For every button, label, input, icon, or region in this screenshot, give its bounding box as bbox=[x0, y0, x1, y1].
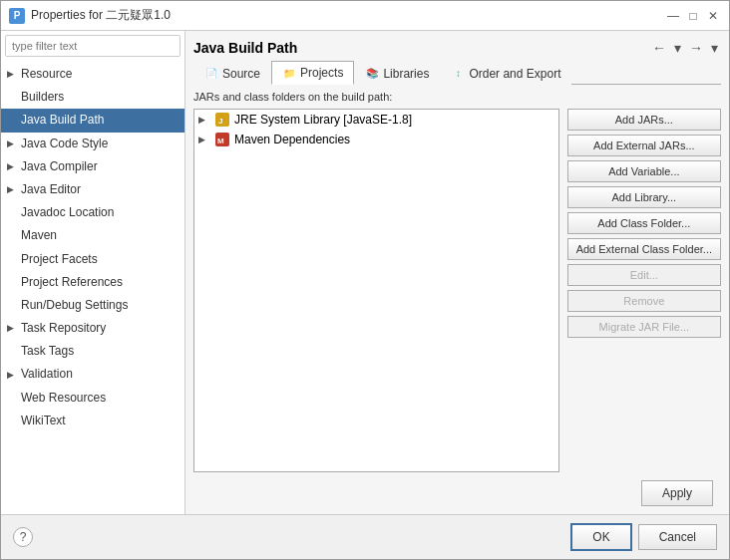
window-icon: P bbox=[9, 8, 25, 24]
panel-header: Java Build Path ← ▾ → ▾ bbox=[193, 39, 721, 57]
tab-libraries[interactable]: 📚 Libraries bbox=[354, 61, 440, 85]
source-tab-icon: 📄 bbox=[204, 67, 218, 81]
sidebar-item-label: Java Code Style bbox=[21, 135, 108, 153]
sidebar-item-java-compiler[interactable]: ▶ Java Compiler bbox=[1, 155, 184, 178]
sidebar-item-label: Task Tags bbox=[21, 342, 74, 361]
sidebar-item-task-tags[interactable]: Task Tags bbox=[1, 340, 184, 363]
tab-source-label: Source bbox=[222, 67, 260, 81]
nav-forward-icon[interactable]: → bbox=[686, 39, 706, 57]
sidebar-item-wikitext[interactable]: WikiText bbox=[1, 410, 184, 432]
tab-source[interactable]: 📄 Source bbox=[193, 61, 271, 85]
sidebar-item-validation[interactable]: ▶ Validation bbox=[1, 363, 184, 386]
sidebar-item-label: Javadoc Location bbox=[21, 203, 114, 222]
sidebar-item-project-facets[interactable]: Project Facets bbox=[1, 248, 184, 271]
sidebar-item-resource[interactable]: ▶ Resource bbox=[1, 63, 184, 86]
title-bar-controls: — □ ✕ bbox=[665, 8, 721, 24]
sidebar-item-project-references[interactable]: Project References bbox=[1, 271, 184, 294]
add-external-jars-button[interactable]: Add External JARs... bbox=[567, 135, 721, 156]
sidebar-item-java-code-style[interactable]: ▶ Java Code Style bbox=[1, 133, 184, 155]
remove-button[interactable]: Remove bbox=[567, 290, 721, 312]
sidebar-item-run-debug[interactable]: Run/Debug Settings bbox=[1, 294, 184, 317]
arrow-icon: ▶ bbox=[7, 159, 17, 173]
sidebar-item-label: Java Compiler bbox=[21, 157, 98, 176]
apply-button[interactable]: Apply bbox=[641, 480, 713, 506]
tab-projects-label: Projects bbox=[300, 66, 343, 80]
arrow-icon: ▶ bbox=[7, 368, 17, 382]
sidebar-item-label: WikiText bbox=[21, 412, 66, 430]
title-bar: P Properties for 二元疑眾1.0 — □ ✕ bbox=[1, 1, 729, 31]
buttons-panel: Add JARs... Add External JARs... Add Var… bbox=[567, 109, 721, 472]
tab-projects[interactable]: 📁 Projects bbox=[271, 61, 354, 85]
tree-item-maven-label: Maven Dependencies bbox=[234, 133, 350, 146]
help-button[interactable]: ? bbox=[13, 527, 33, 547]
tab-order-export[interactable]: ↕ Order and Export bbox=[440, 61, 571, 85]
sidebar-item-maven[interactable]: Maven bbox=[1, 224, 184, 247]
tab-libraries-label: Libraries bbox=[383, 67, 429, 81]
sidebar-item-builders[interactable]: Builders bbox=[1, 86, 184, 109]
sidebar-item-label: Run/Debug Settings bbox=[21, 296, 128, 315]
tree-arrow-jre: ▶ bbox=[198, 115, 210, 125]
arrow-icon: ▶ bbox=[7, 67, 17, 81]
sidebar: ▶ Resource Builders Java Build Path ▶ Ja… bbox=[1, 31, 185, 514]
add-library-button[interactable]: Add Library... bbox=[567, 186, 721, 208]
nav-dropdown2-icon[interactable]: ▾ bbox=[708, 39, 721, 57]
sidebar-item-task-repository[interactable]: ▶ Task Repository bbox=[1, 317, 184, 340]
sidebar-item-label: Validation bbox=[21, 365, 73, 384]
content-area: ▶ Resource Builders Java Build Path ▶ Ja… bbox=[1, 31, 729, 514]
tree-arrow-maven: ▶ bbox=[198, 135, 210, 144]
description-text: JARs and class folders on the build path… bbox=[193, 91, 721, 103]
sidebar-item-label: Resource bbox=[21, 65, 72, 84]
arrow-icon: ▶ bbox=[7, 182, 17, 196]
build-path-content: ▶ J JRE System Library [JavaSE-1.8] ▶ bbox=[193, 109, 721, 472]
footer-buttons: OK Cancel bbox=[570, 523, 717, 551]
properties-window: P Properties for 二元疑眾1.0 — □ ✕ ▶ Resourc… bbox=[0, 0, 730, 560]
minimize-button[interactable]: — bbox=[665, 8, 681, 24]
sidebar-item-java-editor[interactable]: ▶ Java Editor bbox=[1, 178, 184, 201]
projects-tab-icon: 📁 bbox=[282, 66, 296, 80]
libraries-tab-icon: 📚 bbox=[365, 67, 379, 81]
cancel-button[interactable]: Cancel bbox=[638, 524, 717, 550]
order-tab-icon: ↕ bbox=[451, 67, 465, 81]
ok-button[interactable]: OK bbox=[570, 523, 631, 551]
main-panel: Java Build Path ← ▾ → ▾ 📄 Source 📁 Proje… bbox=[185, 31, 729, 514]
maximize-button[interactable]: □ bbox=[685, 8, 701, 24]
edit-button[interactable]: Edit... bbox=[567, 264, 721, 286]
tree-item-jre[interactable]: ▶ J JRE System Library [JavaSE-1.8] bbox=[194, 110, 558, 130]
arrow-icon: ▶ bbox=[7, 321, 17, 335]
sidebar-item-label: Task Repository bbox=[21, 319, 106, 338]
add-external-class-folder-button[interactable]: Add External Class Folder... bbox=[567, 238, 721, 260]
sidebar-item-label: Java Editor bbox=[21, 180, 81, 199]
add-jars-button[interactable]: Add JARs... bbox=[567, 109, 721, 131]
sidebar-item-web-resources[interactable]: Web Resources bbox=[1, 387, 184, 410]
sidebar-item-label: Project References bbox=[21, 273, 123, 292]
migrate-jar-button[interactable]: Migrate JAR File... bbox=[567, 316, 721, 338]
tabs-bar: 📄 Source 📁 Projects 📚 Libraries ↕ Order … bbox=[193, 61, 721, 85]
jre-icon: J bbox=[214, 112, 230, 128]
sidebar-item-label: Java Build Path bbox=[21, 111, 104, 130]
window-title: Properties for 二元疑眾1.0 bbox=[31, 7, 171, 24]
svg-text:M: M bbox=[217, 137, 224, 145]
add-variable-button[interactable]: Add Variable... bbox=[567, 160, 721, 182]
nav-dropdown-icon[interactable]: ▾ bbox=[671, 39, 684, 57]
close-button[interactable]: ✕ bbox=[705, 8, 721, 24]
svg-text:J: J bbox=[218, 117, 222, 126]
sidebar-item-java-build-path[interactable]: Java Build Path bbox=[1, 109, 184, 132]
tab-order-label: Order and Export bbox=[469, 67, 560, 81]
apply-row: Apply bbox=[193, 480, 721, 506]
arrow-icon: ▶ bbox=[7, 137, 17, 150]
sidebar-item-javadoc-location[interactable]: Javadoc Location bbox=[1, 201, 184, 224]
add-class-folder-button[interactable]: Add Class Folder... bbox=[567, 212, 721, 234]
sidebar-item-label: Project Facets bbox=[21, 250, 98, 269]
sidebar-item-label: Maven bbox=[21, 226, 57, 245]
tree-item-maven[interactable]: ▶ M Maven Dependencies bbox=[194, 130, 558, 149]
panel-title: Java Build Path bbox=[193, 40, 649, 56]
maven-icon: M bbox=[214, 132, 230, 147]
panel-nav-icons: ← ▾ → ▾ bbox=[649, 39, 721, 57]
tree-item-jre-label: JRE System Library [JavaSE-1.8] bbox=[234, 113, 412, 127]
filter-input[interactable] bbox=[5, 35, 181, 57]
sidebar-item-label: Builders bbox=[21, 88, 64, 107]
tree-panel[interactable]: ▶ J JRE System Library [JavaSE-1.8] ▶ bbox=[193, 109, 559, 472]
nav-back-icon[interactable]: ← bbox=[649, 39, 669, 57]
footer-bar: ? OK Cancel bbox=[1, 514, 729, 559]
sidebar-item-label: Web Resources bbox=[21, 389, 106, 408]
